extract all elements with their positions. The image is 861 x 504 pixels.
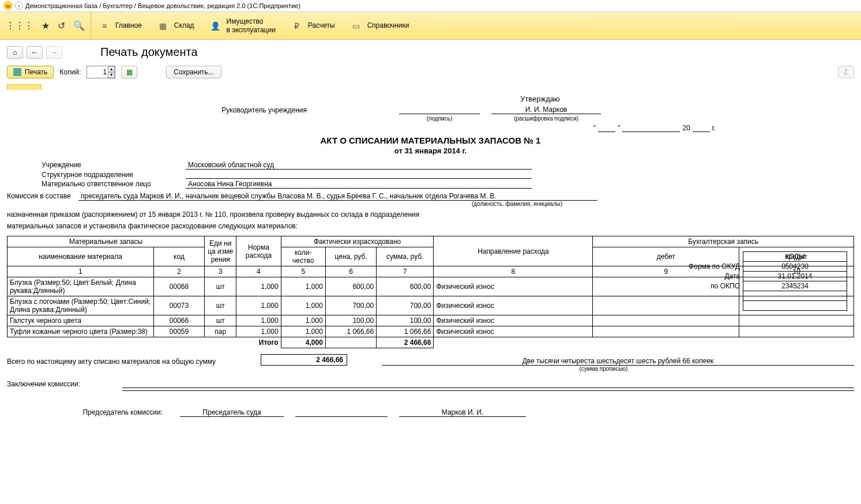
mol-label: Материально ответственное лицо	[42, 180, 186, 189]
nav-row: ⌂ ← → Печать документа	[0, 40, 861, 61]
main-menu: ⋮⋮⋮ ★ ↺ 🔍 ≡Главное ▦Склад 👤Имуществов эк…	[0, 12, 861, 40]
menu-calc[interactable]: ₽Расчеты	[284, 21, 343, 31]
app-logo-icon: 1c	[3, 1, 13, 10]
preview-button[interactable]: ▦	[121, 66, 137, 78]
print-button[interactable]: Печать	[7, 66, 54, 78]
back-button[interactable]: ←	[27, 46, 43, 59]
codes-box: КОДЫ 0504230 31.01.2014 2345234	[743, 251, 847, 311]
name-hint: (расшифровка подписи)	[491, 115, 601, 122]
conclusion-row: Заключение комиссии:	[7, 380, 854, 388]
codes-labels: Форма по ОКУД Дата по ОКПО	[689, 262, 740, 291]
titlebar-text: Демонстрационная база / Бухгалтер / Веще…	[25, 2, 300, 9]
book-icon: ▭	[351, 21, 362, 31]
inst-label: Учреждение	[42, 161, 186, 170]
dept-value	[186, 171, 532, 179]
table-row: Туфли кожаные черного цвета (Размер:38)0…	[7, 326, 854, 337]
sum-button[interactable]: Σ	[838, 66, 854, 78]
dropdown-icon[interactable]: ▾	[15, 2, 23, 10]
total-line: Всего по настоящему акту списано материа…	[7, 354, 854, 366]
total-hint: (сумма прописью)	[353, 366, 854, 372]
dept-label: Структурное подразделение	[42, 171, 186, 179]
commission-row: Комиссия в составе преседатель суда Марк…	[7, 192, 854, 201]
data-table: Материальные запасы Еди ни ца изме рения…	[7, 236, 854, 348]
forward-button[interactable]: →	[46, 46, 62, 59]
copies-label: Копий:	[59, 68, 81, 76]
menu-main[interactable]: ≡Главное	[91, 21, 150, 31]
ruble-icon: ₽	[292, 21, 302, 31]
spin-down-icon[interactable]: ▼	[108, 72, 115, 78]
signature-line	[399, 114, 480, 114]
document-body: Утверждаю Руководитель учреждения И. И. …	[0, 90, 861, 428]
list-icon: ≡	[99, 21, 110, 31]
mol-value: Аносова Нина Георгиевна	[186, 180, 532, 189]
approve-label: Утверждаю	[520, 95, 560, 103]
save-button[interactable]: Сохранить...	[166, 66, 221, 78]
person-icon: 👤	[210, 21, 221, 31]
order-text-1: назначенная приказом (распоряжением) от …	[7, 210, 854, 219]
head-name: И. И. Марков	[491, 106, 601, 114]
history-icon[interactable]: ↺	[58, 20, 65, 31]
menu-assets[interactable]: 👤Имуществов эксплуатации	[202, 17, 284, 34]
act-title: АКТ О СПИСАНИИ МАТЕРИАЛЬНЫХ ЗАПАСОВ № 1	[7, 136, 854, 145]
titlebar: 1c ▾ Демонстрационная база / Бухгалтер /…	[0, 0, 861, 12]
sign-block: Председатель комиссии: Преседатель суда …	[7, 408, 854, 417]
mini-tab[interactable]	[7, 84, 42, 90]
page-title: Печать документа	[100, 46, 198, 59]
apps-icon[interactable]: ⋮⋮⋮	[6, 20, 33, 31]
home-button[interactable]: ⌂	[7, 46, 23, 59]
head-label: Руководитель учреждения	[7, 106, 330, 114]
table-row: Блузка с погонами (Размер:50; Цвет:Синий…	[7, 296, 854, 315]
order-text-2: материальных запасов и установила фактич…	[7, 222, 854, 230]
menu-dict[interactable]: ▭Справочники	[343, 21, 418, 31]
grid-icon: ▦	[158, 21, 168, 31]
commission-hint: (должность, фамилия, инициалы)	[180, 201, 854, 207]
search-icon[interactable]: 🔍	[73, 20, 85, 31]
signature-hint: (подпись)	[399, 115, 480, 122]
toolbar: Печать Копий: ▲ ▼ ▦ Сохранить... Σ	[0, 61, 861, 83]
inst-value: Московский областной суд	[186, 161, 532, 170]
approve-date: "" 20 г.	[7, 124, 854, 132]
print-icon	[13, 68, 21, 76]
table-row: Галстук черного цвета00066шт1,0001,00010…	[7, 315, 854, 326]
spin-up-icon[interactable]: ▲	[108, 66, 115, 72]
menu-stock[interactable]: ▦Склад	[150, 21, 202, 31]
act-date: от 31 января 2014 г.	[7, 146, 854, 155]
favorites-icon[interactable]: ★	[42, 20, 50, 31]
